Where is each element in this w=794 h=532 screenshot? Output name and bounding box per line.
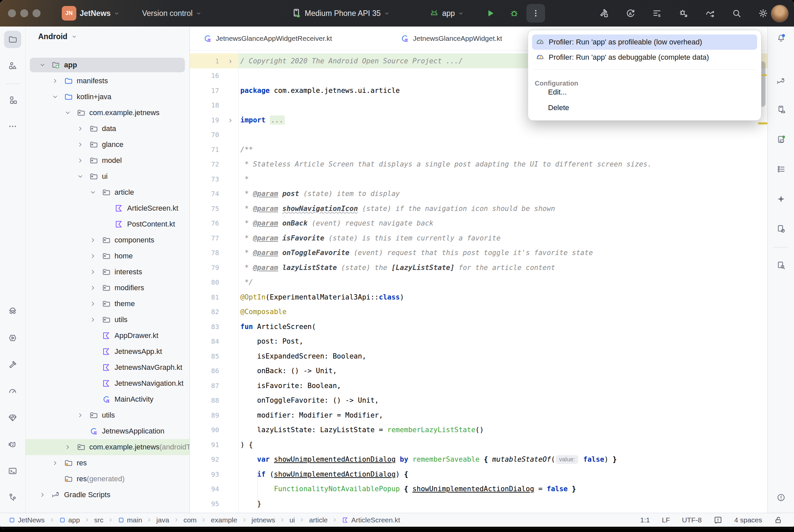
chevron-icon[interactable] xyxy=(90,301,96,307)
popup-item-profiler-debuggable[interactable]: Profiler: Run 'app' as debuggable (compl… xyxy=(532,50,757,65)
code-line-94[interactable]: 94 FunctionalityNotAvailablePopup { show… xyxy=(190,481,768,496)
settings-gear-icon[interactable] xyxy=(758,8,768,18)
tree-item-appdrawer-kt[interactable]: AppDrawer.kt xyxy=(25,328,189,344)
chevron-icon[interactable] xyxy=(52,460,58,466)
diamond-icon[interactable] xyxy=(8,413,17,422)
breadcrumb-item[interactable]: ui xyxy=(290,516,295,524)
spy-icon[interactable] xyxy=(8,306,17,316)
grid-icon[interactable] xyxy=(8,96,17,105)
editor-tab[interactable]: JetnewsGlanceAppWidgetReceiver.kt xyxy=(203,26,332,51)
tree-item-articlescreen-kt[interactable]: ArticleScreen.kt xyxy=(25,200,189,216)
running-device-icon[interactable] xyxy=(776,135,786,144)
tree-item-home[interactable]: home xyxy=(25,248,189,264)
code-line-88[interactable]: 88 onToggleFavorite: () -> Unit, xyxy=(190,393,768,408)
tree-item-modifiers[interactable]: modifiers xyxy=(25,280,189,296)
chevron-icon[interactable] xyxy=(77,141,84,148)
line-number[interactable]: 70 xyxy=(190,127,219,142)
tree-item-gradle-scripts[interactable]: Gradle Scripts xyxy=(25,487,189,503)
code-line-71[interactable]: 71/** xyxy=(190,142,768,157)
close-window-button[interactable] xyxy=(8,9,16,17)
warning-stripe-mark[interactable] xyxy=(758,122,768,125)
code-line-93[interactable]: 93 if (showUnimplementedActionDialog) { xyxy=(190,467,768,481)
line-number[interactable]: 95 xyxy=(190,496,219,511)
line-number[interactable]: 85 xyxy=(190,348,219,363)
code-line-70[interactable]: 70 xyxy=(190,127,768,142)
tree-item-jetnewsapplication[interactable]: JetnewsApplication xyxy=(25,423,189,439)
tree-item-glance[interactable]: glance xyxy=(25,137,189,153)
chevron-icon[interactable] xyxy=(77,126,84,132)
cat-icon[interactable] xyxy=(8,440,17,449)
line-number[interactable]: 88 xyxy=(190,393,219,408)
breadcrumb-item[interactable]: main xyxy=(118,516,142,524)
line-number[interactable]: 78 xyxy=(190,245,219,260)
run-configuration-selector[interactable]: app xyxy=(429,0,464,26)
gauge-icon[interactable] xyxy=(8,387,17,396)
chevron-icon[interactable] xyxy=(77,173,84,180)
line-number[interactable]: 83 xyxy=(190,319,219,334)
breadcrumb-item[interactable]: src xyxy=(94,516,104,524)
tree-item-com-example-jetnews[interactable]: com.example.jetnews (androidTest) xyxy=(25,439,189,455)
breadcrumb-item[interactable]: JetNews xyxy=(8,516,45,524)
line-number[interactable]: 79 xyxy=(190,260,219,275)
tree-item-utils[interactable]: utils xyxy=(25,312,189,328)
chevron-icon[interactable] xyxy=(64,110,71,116)
branch-icon[interactable] xyxy=(8,493,17,502)
line-number[interactable]: 76 xyxy=(190,216,219,231)
folder-icon[interactable] xyxy=(8,35,17,44)
code-line-73[interactable]: 73 * xyxy=(190,171,768,186)
avatar[interactable] xyxy=(771,5,789,22)
code-line-83[interactable]: 83fun ArticleScreen( xyxy=(190,319,768,334)
line-number[interactable]: 90 xyxy=(190,422,219,437)
hammer-icon[interactable] xyxy=(8,360,17,369)
maximize-window-button[interactable] xyxy=(33,9,40,17)
search-icon[interactable] xyxy=(732,8,742,18)
fold-marker-icon[interactable]: › xyxy=(229,53,232,68)
editor-tab[interactable]: JetnewsGlanceAppWidget.kt xyxy=(400,26,502,51)
line-number[interactable]: 16 xyxy=(190,68,219,83)
line-number[interactable]: 72 xyxy=(190,157,219,172)
breadcrumb-item[interactable]: jetnews xyxy=(252,516,275,524)
code-line-78[interactable]: 78 * @param onToggleFavorite (event) req… xyxy=(190,245,768,260)
profiler-squiggle-icon[interactable] xyxy=(705,8,715,18)
more-run-options-button[interactable] xyxy=(527,4,545,22)
code-line-81[interactable]: 81@OptIn(ExperimentalMaterial3Api::class… xyxy=(190,289,768,304)
code-line-92[interactable]: 92 var showUnimplementedActionDialog by … xyxy=(190,452,768,467)
tree-item-interests[interactable]: interests xyxy=(25,264,189,280)
chevron-icon[interactable] xyxy=(90,237,96,244)
tree-item-jetnewsnavgraph-kt[interactable]: JetnewsNavGraph.kt xyxy=(25,360,189,376)
tree-item-manifests[interactable]: manifests xyxy=(25,73,189,89)
fold-marker-icon[interactable]: › xyxy=(229,112,232,127)
code-line-74[interactable]: 74 * @param post (state) item to display xyxy=(190,186,768,201)
tree-item-res[interactable]: res xyxy=(25,455,189,471)
popup-item-delete[interactable]: Delete xyxy=(548,100,569,115)
tree-item-res[interactable]: res (generated) xyxy=(25,471,189,487)
lines-s-icon[interactable]: s xyxy=(652,8,662,18)
indent-setting[interactable]: 4 spaces xyxy=(734,516,762,524)
breadcrumb-item[interactable]: example xyxy=(211,516,237,524)
device-link-icon[interactable] xyxy=(776,224,786,233)
bell-icon[interactable] xyxy=(776,34,786,43)
tree-item-ui[interactable]: ui xyxy=(25,169,189,185)
code-line-75[interactable]: 75 * @param showNavigationIcon (state) i… xyxy=(190,201,768,216)
line-number[interactable]: 81 xyxy=(190,289,219,304)
breadcrumb-item[interactable]: java xyxy=(156,516,169,524)
alert-icon[interactable] xyxy=(776,493,786,502)
line-number[interactable]: 1 xyxy=(190,53,219,68)
tree-item-components[interactable]: components xyxy=(25,232,189,248)
line-number[interactable]: 73 xyxy=(190,171,219,186)
chevron-icon[interactable] xyxy=(90,317,96,323)
debug-button[interactable] xyxy=(509,0,519,26)
code-line-82[interactable]: 82@Composable xyxy=(190,304,768,319)
line-number[interactable]: 87 xyxy=(190,378,219,393)
device-search-icon[interactable] xyxy=(776,261,786,270)
line-number[interactable]: 17 xyxy=(190,83,219,98)
code-line-72[interactable]: 72 * Stateless Article Screen that displ… xyxy=(190,157,768,172)
tree-item-model[interactable]: model xyxy=(25,153,189,169)
breadcrumb-item[interactable]: article xyxy=(309,516,328,524)
inspection-warning-icon[interactable] xyxy=(714,516,722,525)
code-line-89[interactable]: 89 modifier: Modifier = Modifier, xyxy=(190,407,768,422)
tree-item-utils[interactable]: utils xyxy=(25,407,189,423)
chevron-icon[interactable] xyxy=(90,189,96,196)
minimize-window-button[interactable] xyxy=(20,9,28,17)
device-selector[interactable]: Medium Phone API 35 xyxy=(292,0,390,26)
